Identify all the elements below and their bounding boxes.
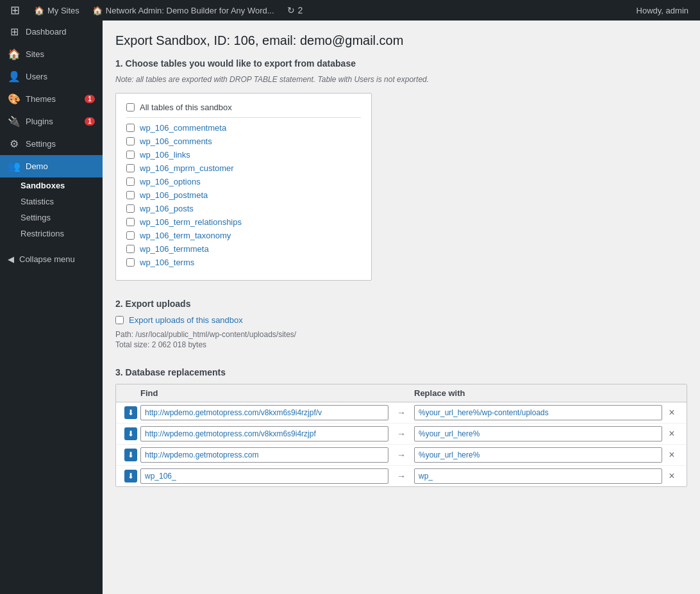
sidebar-item-demo[interactable]: 👥 Demo: [0, 155, 103, 177]
export-note: Note: all tables are exported with DROP …: [115, 75, 687, 84]
table-checkbox[interactable]: [126, 204, 135, 213]
table-row: wp_106_terms: [126, 258, 361, 267]
network-admin-label: Network Admin: Demo Builder for Any Word…: [106, 6, 274, 15]
export-uploads-label: Export uploads of this sandbox: [129, 315, 243, 325]
sidebar-label-sites: Sites: [26, 49, 95, 59]
download-icon[interactable]: ⬇: [124, 406, 137, 419]
remove-row-button[interactable]: ×: [662, 470, 681, 482]
table-name: wp_106_mprm_customer: [140, 163, 234, 173]
plugins-badge: 1: [85, 117, 95, 126]
table-checkbox[interactable]: [126, 231, 135, 240]
themes-badge: 1: [85, 95, 95, 103]
table-checkbox[interactable]: [126, 258, 135, 267]
page-title: Export Sandbox, ID: 106, email: demo@gma…: [115, 33, 687, 48]
all-tables-label: All tables of this sandbox: [140, 103, 232, 112]
remove-row-button[interactable]: ×: [662, 428, 681, 440]
table-name: wp_106_options: [140, 177, 201, 186]
replace-input[interactable]: [414, 468, 662, 484]
sidebar-item-dashboard[interactable]: ⊞ Dashboard: [0, 21, 103, 43]
find-input[interactable]: [140, 426, 388, 441]
main-content: Export Sandbox, ID: 106, email: demo@gma…: [103, 21, 700, 594]
sidebar-sub-settings[interactable]: Settings: [0, 210, 103, 226]
tables-box: All tables of this sandbox wp_106_commen…: [115, 93, 372, 281]
header-close-col: [662, 388, 681, 398]
table-checkbox[interactable]: [126, 177, 135, 186]
section-export-uploads: 2. Export uploads Export uploads of this…: [115, 299, 687, 349]
export-uploads-row: Export uploads of this sandbox: [115, 315, 687, 325]
table-name: wp_106_commentmeta: [140, 123, 226, 133]
table-checkbox[interactable]: [126, 151, 135, 159]
section-db-replacements: 3. Database replacements Find Replace wi…: [115, 367, 687, 487]
replace-input[interactable]: [414, 405, 662, 420]
table-row: wp_106_term_relationships: [126, 217, 361, 227]
table-name: wp_106_comments: [140, 136, 212, 146]
table-name: wp_106_term_taxonomy: [140, 231, 231, 240]
sites-icon: 🏠: [8, 48, 21, 60]
master-checkbox-row: All tables of this sandbox: [126, 103, 361, 118]
header-replace: Replace with: [414, 388, 662, 398]
arrow-icon: →: [388, 471, 414, 481]
find-input[interactable]: [140, 405, 388, 420]
plugins-icon: 🔌: [8, 115, 21, 128]
table-name: wp_106_termmeta: [140, 244, 209, 254]
download-icon[interactable]: ⬇: [124, 449, 137, 461]
sync-count: 2: [298, 5, 303, 15]
sidebar-sub-restrictions[interactable]: Restrictions: [0, 226, 103, 242]
table-row: wp_106_term_taxonomy: [126, 231, 361, 240]
db-replacement-row: ⬇ → ×: [116, 402, 687, 424]
section-choose-tables: 1. Choose tables you would like to expor…: [115, 58, 687, 281]
all-tables-checkbox[interactable]: [126, 103, 135, 111]
howdy-label: Howdy, admin: [630, 6, 695, 15]
arrow-icon: →: [388, 408, 414, 418]
db-replacements-table: Find Replace with ⬇ → × ⬇ → × ⬇: [115, 384, 687, 487]
replace-input[interactable]: [414, 447, 662, 463]
db-replacement-row: ⬇ → ×: [116, 445, 687, 466]
sidebar-item-plugins[interactable]: 🔌 Plugins 1: [0, 110, 103, 133]
collapse-icon: ◀: [8, 254, 14, 264]
replace-input[interactable]: [414, 426, 662, 441]
sidebar-item-sites[interactable]: 🏠 Sites: [0, 43, 103, 65]
arrow-icon: →: [388, 450, 414, 460]
table-checkbox[interactable]: [126, 245, 135, 253]
sync-item[interactable]: ↻ 2: [281, 0, 310, 21]
sidebar-item-settings[interactable]: ⚙ Settings: [0, 133, 103, 155]
table-row: wp_106_postmeta: [126, 190, 361, 200]
sidebar-sub-statistics[interactable]: Statistics: [0, 194, 103, 210]
table-checkbox[interactable]: [126, 137, 135, 145]
sidebar-item-themes[interactable]: 🎨 Themes 1: [0, 88, 103, 110]
sidebar-label-users: Users: [26, 72, 95, 81]
remove-row-button[interactable]: ×: [662, 449, 681, 461]
wp-logo-icon: ⊞: [5, 3, 25, 17]
table-row: wp_106_termmeta: [126, 244, 361, 254]
table-checkbox[interactable]: [126, 191, 135, 199]
export-uploads-checkbox[interactable]: [115, 316, 124, 324]
collapse-menu-button[interactable]: ◀ Collapse menu: [0, 248, 103, 270]
uploads-size: Total size: 2 062 018 bytes: [115, 340, 687, 349]
sidebar-item-users[interactable]: 👤 Users: [0, 65, 103, 88]
table-checkbox[interactable]: [126, 164, 135, 172]
sidebar-sub-sandboxes[interactable]: Sandboxes: [0, 177, 103, 194]
network-admin-menu[interactable]: 🏠 Network Admin: Demo Builder for Any Wo…: [86, 0, 281, 21]
remove-row-button[interactable]: ×: [662, 407, 681, 418]
my-sites-menu[interactable]: 🏠 My Sites: [28, 0, 86, 21]
download-icon[interactable]: ⬇: [124, 470, 137, 483]
section2-heading: 2. Export uploads: [115, 299, 687, 309]
db-replacement-row: ⬇ → ×: [116, 424, 687, 445]
table-row: wp_106_posts: [126, 204, 361, 213]
find-input[interactable]: [140, 447, 388, 463]
my-sites-icon: 🏠: [34, 6, 44, 15]
table-checkbox[interactable]: [126, 124, 135, 132]
table-name: wp_106_term_relationships: [140, 217, 242, 227]
table-row: wp_106_comments: [126, 136, 361, 146]
find-input[interactable]: [140, 468, 388, 484]
download-icon[interactable]: ⬇: [124, 427, 137, 440]
sidebar-label-dashboard: Dashboard: [26, 27, 95, 37]
table-row: wp_106_mprm_customer: [126, 163, 361, 173]
db-table-header: Find Replace with: [116, 384, 687, 402]
arrow-icon: →: [388, 429, 414, 439]
sync-icon: ↻: [287, 5, 295, 15]
sidebar-label-demo: Demo: [26, 161, 95, 171]
header-arrow: [388, 388, 414, 398]
table-checkbox[interactable]: [126, 218, 135, 226]
table-name: wp_106_links: [140, 150, 190, 160]
